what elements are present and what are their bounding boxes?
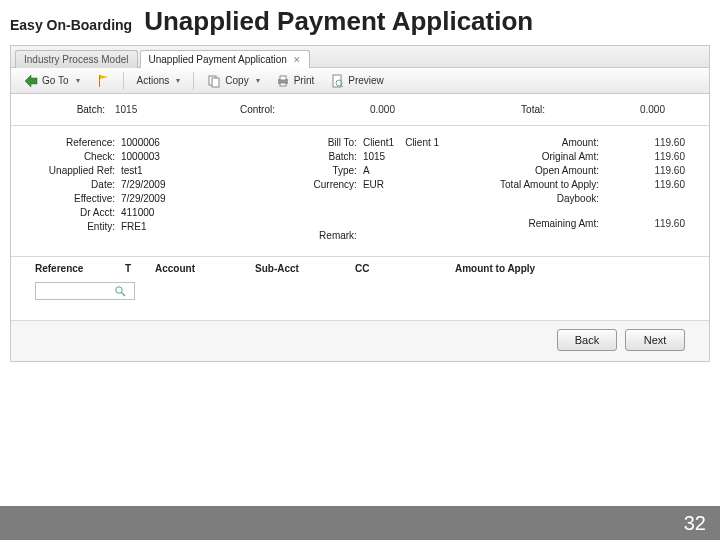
unapplied-ref-label: Unapplied Ref: bbox=[35, 165, 115, 176]
dr-acct-label: Dr Acct: bbox=[35, 207, 115, 218]
preview-button[interactable]: Preview bbox=[323, 71, 391, 91]
back-button[interactable]: Back bbox=[557, 329, 617, 351]
entity-label: Entity: bbox=[35, 221, 115, 232]
easy-onboarding-label: Easy On-Boarding bbox=[10, 17, 132, 33]
col-cc: CC bbox=[355, 263, 455, 274]
total-value: 0.000 bbox=[555, 104, 665, 115]
total-label: Total: bbox=[475, 104, 545, 115]
check-value: 1000003 bbox=[121, 151, 253, 162]
daybook-label: Daybook: bbox=[499, 193, 599, 204]
grid-row bbox=[11, 278, 709, 320]
reference-input[interactable] bbox=[38, 285, 114, 298]
control-value: 0.000 bbox=[285, 104, 395, 115]
svg-point-9 bbox=[116, 287, 122, 293]
effective-value: 7/29/2009 bbox=[121, 193, 253, 204]
amount-label: Amount: bbox=[499, 137, 599, 148]
remark-label: Remark: bbox=[277, 230, 357, 241]
copy-icon bbox=[207, 74, 221, 88]
reference-value: 1000006 bbox=[121, 137, 253, 148]
print-button[interactable]: Print bbox=[269, 71, 322, 91]
toolbar-flag-button[interactable] bbox=[89, 71, 117, 91]
svg-rect-4 bbox=[280, 76, 286, 80]
tab-label: Industry Process Model bbox=[24, 54, 129, 65]
original-amt-label: Original Amt: bbox=[499, 151, 599, 162]
original-amt-value: 119.60 bbox=[605, 151, 685, 162]
check-label: Check: bbox=[35, 151, 115, 162]
page-title: Unapplied Payment Application bbox=[144, 6, 533, 37]
currency-label: Currency: bbox=[277, 179, 357, 190]
remaining-amt-value: 119.60 bbox=[605, 218, 685, 229]
flag-icon bbox=[96, 74, 110, 88]
footer-bar: 32 bbox=[0, 506, 720, 540]
preview-label: Preview bbox=[348, 75, 384, 86]
total-apply-value: 119.60 bbox=[605, 179, 685, 190]
print-icon bbox=[276, 74, 290, 88]
date-label: Date: bbox=[35, 179, 115, 190]
open-amount-label: Open Amount: bbox=[499, 165, 599, 176]
copy-label: Copy bbox=[225, 75, 248, 86]
grid-header: Reference T Account Sub-Acct CC Amount t… bbox=[11, 257, 709, 278]
next-button[interactable]: Next bbox=[625, 329, 685, 351]
svg-line-10 bbox=[122, 293, 126, 297]
effective-label: Effective: bbox=[35, 193, 115, 204]
open-amount-value: 119.60 bbox=[605, 165, 685, 176]
tab-label: Unapplied Payment Application bbox=[149, 54, 287, 65]
col-account: Account bbox=[155, 263, 255, 274]
app-window: Industry Process Model Unapplied Payment… bbox=[10, 45, 710, 362]
col-reference: Reference bbox=[35, 263, 125, 274]
actions-label: Actions bbox=[137, 75, 170, 86]
batch2-label: Batch: bbox=[277, 151, 357, 162]
total-apply-label: Total Amount to Apply: bbox=[499, 179, 599, 190]
svg-rect-2 bbox=[212, 78, 219, 87]
search-icon[interactable] bbox=[114, 285, 126, 297]
col-type: T bbox=[125, 263, 155, 274]
toolbar: Go To Actions Copy Print bbox=[11, 68, 709, 94]
control-label: Control: bbox=[205, 104, 275, 115]
batch2-value: 1015 bbox=[363, 151, 475, 162]
tab-unapplied-payment-application[interactable]: Unapplied Payment Application ✕ bbox=[140, 50, 310, 68]
wizard-buttons: Back Next bbox=[11, 320, 709, 361]
svg-rect-5 bbox=[280, 83, 286, 86]
print-label: Print bbox=[294, 75, 315, 86]
close-icon[interactable]: ✕ bbox=[293, 55, 301, 65]
dr-acct-value: 411000 bbox=[121, 207, 253, 218]
page-number: 32 bbox=[684, 512, 706, 535]
batch-label: Batch: bbox=[35, 104, 105, 115]
svg-rect-0 bbox=[99, 75, 100, 87]
col-subacct: Sub-Acct bbox=[255, 263, 355, 274]
remaining-amt-label: Remaining Amt: bbox=[499, 218, 599, 229]
copy-button[interactable]: Copy bbox=[200, 71, 266, 91]
type-value: A bbox=[363, 165, 475, 176]
type-label: Type: bbox=[277, 165, 357, 176]
details-panel: Reference:1000006 Check:1000003 Unapplie… bbox=[11, 126, 709, 257]
entity-value: FRE1 bbox=[121, 221, 253, 232]
summary-bar: Batch: 1015 Control: 0.000 Total: 0.000 bbox=[11, 94, 709, 126]
actions-button[interactable]: Actions bbox=[130, 72, 188, 89]
batch-value: 1015 bbox=[115, 104, 195, 115]
tab-bar: Industry Process Model Unapplied Payment… bbox=[11, 46, 709, 68]
goto-label: Go To bbox=[42, 75, 69, 86]
goto-icon bbox=[24, 74, 38, 88]
billto-label: Bill To: bbox=[277, 137, 357, 148]
amount-value: 119.60 bbox=[605, 137, 685, 148]
billto-value: Client1 Client 1 bbox=[363, 137, 475, 148]
goto-button[interactable]: Go To bbox=[17, 71, 87, 91]
col-amount-to-apply: Amount to Apply bbox=[455, 263, 685, 274]
reference-label: Reference: bbox=[35, 137, 115, 148]
currency-value: EUR bbox=[363, 179, 475, 190]
preview-icon bbox=[330, 74, 344, 88]
reference-lookup-input[interactable] bbox=[35, 282, 135, 300]
tab-industry-process-model[interactable]: Industry Process Model bbox=[15, 50, 138, 68]
unapplied-ref-value: test1 bbox=[121, 165, 253, 176]
date-value: 7/29/2009 bbox=[121, 179, 253, 190]
